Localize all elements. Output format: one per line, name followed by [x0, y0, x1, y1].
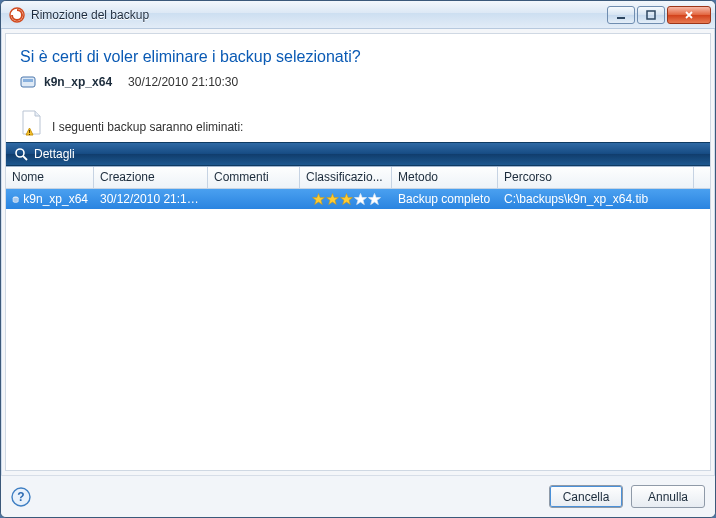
magnifier-icon	[14, 147, 28, 161]
backup-row-icon	[12, 192, 19, 206]
note-text: I seguenti backup saranno eliminati:	[52, 120, 243, 136]
svg-marker-15	[369, 193, 381, 204]
cancel-button[interactable]: Annulla	[631, 485, 705, 508]
col-comment[interactable]: Commenti	[208, 167, 300, 188]
star-icon	[312, 193, 325, 206]
cell-name: k9n_xp_x64	[6, 192, 94, 206]
table-body[interactable]: k9n_xp_x64 30/12/2010 21:10:30 Back	[6, 189, 710, 470]
col-tail	[694, 167, 710, 188]
content-area: Si è certi di voler eliminare i backup s…	[5, 33, 711, 471]
col-created[interactable]: Creazione	[94, 167, 208, 188]
svg-point-8	[16, 149, 24, 157]
cell-rating	[300, 193, 392, 206]
col-method[interactable]: Metodo	[392, 167, 498, 188]
cell-path: C:\backups\k9n_xp_x64.tib	[498, 192, 710, 206]
titlebar[interactable]: Rimozione del backup	[1, 1, 715, 29]
svg-rect-6	[29, 130, 30, 133]
details-label: Dettagli	[34, 147, 75, 161]
svg-line-9	[23, 156, 27, 160]
delete-button[interactable]: Cancella	[549, 485, 623, 508]
col-rating[interactable]: Classificazio...	[300, 167, 392, 188]
svg-marker-13	[341, 193, 353, 204]
help-icon[interactable]: ?	[11, 487, 31, 507]
star-icon	[354, 193, 367, 206]
dialog-window: Rimozione del backup Si è certi di voler…	[0, 0, 716, 518]
dialog-heading: Si è certi di voler eliminare i backup s…	[6, 34, 710, 74]
table-row[interactable]: k9n_xp_x64 30/12/2010 21:10:30 Back	[6, 189, 710, 209]
window-controls	[607, 6, 711, 24]
note-row: I seguenti backup saranno eliminati:	[6, 100, 710, 142]
col-name[interactable]: Nome	[6, 167, 94, 188]
col-path[interactable]: Percorso	[498, 167, 694, 188]
selected-backup-name: k9n_xp_x64	[44, 75, 112, 89]
cell-method: Backup completo	[392, 192, 498, 206]
minimize-button[interactable]	[607, 6, 635, 24]
svg-rect-7	[29, 134, 30, 135]
svg-text:?: ?	[17, 490, 24, 504]
selected-backup-row: k9n_xp_x64 30/12/2010 21:10:30	[6, 74, 710, 100]
close-button[interactable]	[667, 6, 711, 24]
svg-marker-14	[355, 193, 367, 204]
svg-rect-4	[23, 79, 33, 82]
maximize-button[interactable]	[637, 6, 665, 24]
cell-name-text: k9n_xp_x64	[23, 192, 88, 206]
svg-marker-11	[313, 193, 325, 204]
svg-rect-1	[617, 17, 625, 19]
cell-created: 30/12/2010 21:10:30	[94, 192, 208, 206]
app-icon	[9, 7, 25, 23]
svg-marker-12	[327, 193, 339, 204]
dialog-footer: ? Cancella Annulla	[1, 475, 715, 517]
star-icon	[368, 193, 381, 206]
window-title: Rimozione del backup	[31, 8, 607, 22]
backup-drive-icon	[20, 74, 36, 90]
document-warning-icon	[20, 110, 42, 136]
star-icon	[340, 193, 353, 206]
rating-stars	[306, 193, 386, 206]
table-header: Nome Creazione Commenti Classificazio...…	[6, 167, 710, 189]
selected-backup-date: 30/12/2010 21:10:30	[128, 75, 238, 89]
star-icon	[326, 193, 339, 206]
backup-table: Nome Creazione Commenti Classificazio...…	[6, 166, 710, 470]
svg-rect-2	[647, 11, 655, 19]
details-header[interactable]: Dettagli	[6, 142, 710, 166]
